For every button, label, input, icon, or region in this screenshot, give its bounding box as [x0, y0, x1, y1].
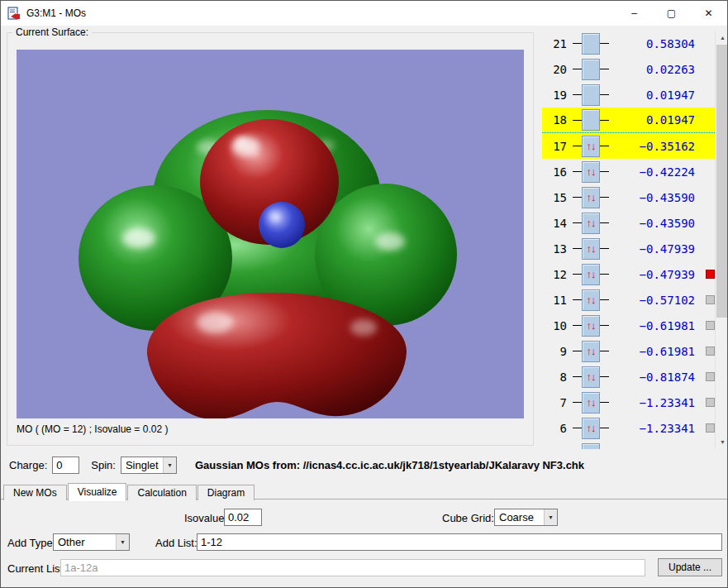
energy-level-line — [573, 402, 582, 403]
tab-visualize[interactable]: Visualize — [68, 483, 127, 501]
mo-orbital-box[interactable]: ↑↓ — [582, 392, 600, 414]
mo-row[interactable]: 7↑↓−1.23341 — [542, 390, 715, 415]
mo-energy-value: −0.43590 — [609, 217, 695, 230]
mo-row[interactable]: 13↑↓−0.47939 — [542, 236, 715, 261]
mo-orbital-box[interactable]: ↑↓ — [582, 341, 600, 362]
add-type-select[interactable]: Other ▼ — [53, 533, 130, 551]
mo-surface-indicator[interactable] — [706, 423, 715, 433]
mo-row[interactable]: 12↑↓−0.47939 — [542, 261, 715, 287]
mo-number: 8 — [544, 370, 567, 384]
mo-number: 16 — [544, 165, 567, 179]
mo-row[interactable]: 15↑↓−0.43590 — [542, 184, 715, 210]
electron-pair-icon: ↑↓ — [587, 243, 596, 254]
charge-label: Charge: — [9, 459, 47, 471]
window-title: G3:M1 - MOs — [26, 7, 86, 19]
mo-row[interactable]: 10↑↓−0.61981 — [542, 313, 715, 338]
update-button[interactable]: Update ... — [658, 558, 722, 576]
mo-row[interactable]: 5↑↓−1.25078 — [542, 441, 715, 449]
mo-number: 11 — [544, 294, 567, 307]
mo-orbital-box[interactable]: ↑↓ — [582, 238, 600, 260]
mo-surface-indicator[interactable] — [706, 398, 715, 407]
mo-row[interactable]: 200.02263 — [542, 56, 715, 82]
charge-input[interactable] — [52, 457, 79, 474]
scroll-down-icon[interactable]: ▼ — [716, 435, 728, 449]
mo-energy-value: −1.25078 — [609, 447, 695, 450]
mo-row[interactable]: 8↑↓−0.81874 — [542, 364, 715, 390]
tab-new-mos[interactable]: New MOs — [3, 485, 67, 500]
mo-list: 210.58304200.02263190.01947180.0194717↑↓… — [542, 31, 715, 449]
spin-select[interactable]: Singlet ▼ — [121, 457, 177, 474]
mo-orbital-box[interactable]: ↑↓ — [582, 443, 600, 450]
energy-level-line — [600, 274, 609, 275]
tab-calculation[interactable]: Calculation — [127, 485, 196, 500]
mo-3d-view[interactable] — [17, 50, 524, 418]
mo-orbital-box[interactable]: ↑↓ — [582, 418, 600, 439]
energy-level-line — [573, 94, 582, 95]
mo-energy-value: 0.01947 — [609, 113, 695, 127]
cube-grid-select[interactable]: Coarse ▼ — [494, 509, 558, 526]
mo-row[interactable]: 6↑↓−1.23341 — [542, 415, 715, 441]
mo-orbital-box[interactable]: ↑↓ — [582, 264, 600, 285]
mo-orbital-box[interactable]: ↑↓ — [582, 136, 600, 157]
mo-orbital-box[interactable] — [582, 33, 600, 55]
mo-energy-value: −0.35162 — [609, 140, 695, 153]
close-button[interactable]: ✕ — [690, 1, 727, 26]
maximize-button[interactable]: ▢ — [653, 1, 690, 26]
mo-orbital-box[interactable]: ↑↓ — [582, 161, 600, 183]
add-list-input[interactable] — [197, 533, 722, 551]
mo-list-panel: 210.58304200.02263190.01947180.0194717↑↓… — [542, 31, 728, 449]
mo-surface-indicator[interactable] — [706, 321, 715, 330]
mo-energy-value: −0.42224 — [609, 165, 695, 179]
app-icon[interactable] — [7, 7, 21, 20]
mo-row[interactable]: 210.58304 — [542, 31, 715, 56]
tab-diagram[interactable]: Diagram — [197, 485, 255, 500]
energy-level-line — [573, 120, 582, 121]
titlebar: G3:M1 - MOs – ▢ ✕ — [1, 1, 727, 26]
mo-row[interactable]: 9↑↓−0.61981 — [542, 338, 715, 364]
add-type-value: Other — [58, 536, 85, 548]
chevron-down-icon: ▼ — [163, 457, 176, 473]
energy-level-line — [573, 325, 582, 326]
mo-orbital-box[interactable] — [582, 59, 600, 80]
mo-surface-indicator[interactable] — [706, 347, 715, 356]
electron-pair-icon: ↑↓ — [587, 141, 596, 151]
mo-orbital-box[interactable]: ↑↓ — [582, 366, 600, 388]
energy-level-line — [573, 69, 582, 69]
scroll-up-icon[interactable]: ▲ — [716, 31, 728, 45]
energy-level-line — [573, 222, 582, 223]
energy-level-line — [573, 351, 582, 351]
mo-list-scrollbar[interactable]: ▲ ▼ — [715, 31, 728, 449]
mo-orbital-box[interactable] — [582, 109, 600, 131]
mo-energy-value: −0.81874 — [609, 370, 695, 384]
electron-pair-icon: ↑↓ — [587, 346, 596, 356]
mo-orbital-box[interactable]: ↑↓ — [582, 187, 600, 208]
mo-number: 5 — [544, 447, 567, 450]
tab-strip: New MOs Visualize Calculation Diagram — [3, 483, 255, 500]
mo-row[interactable]: 14↑↓−0.43590 — [542, 210, 715, 236]
scrollbar-thumb[interactable] — [716, 45, 728, 318]
isovalue-input[interactable] — [224, 509, 262, 526]
mo-row[interactable]: 180.01947 — [542, 108, 715, 133]
mo-orbital-box[interactable]: ↑↓ — [582, 315, 600, 337]
mo-row[interactable]: 17↑↓−0.35162 — [542, 133, 715, 159]
mo-row[interactable]: 16↑↓−0.42224 — [542, 159, 715, 184]
mo-energy-value: −0.43590 — [609, 191, 695, 204]
energy-level-line — [573, 376, 582, 377]
mo-orbital-box[interactable] — [582, 84, 600, 106]
mo-row[interactable]: 190.01947 — [542, 82, 715, 108]
mo-orbital-box[interactable]: ↑↓ — [582, 213, 600, 234]
energy-level-line — [600, 376, 609, 377]
electron-pair-icon: ↑↓ — [587, 269, 596, 280]
mo-surface-indicator[interactable] — [706, 372, 715, 381]
current-surface-group: Current Surface: — [7, 32, 534, 446]
mo-row[interactable]: 11↑↓−0.57102 — [542, 287, 715, 313]
mo-surface-indicator[interactable] — [706, 270, 715, 279]
mo-energy-value: −0.61981 — [609, 319, 695, 332]
mo-surface-indicator[interactable] — [706, 295, 715, 304]
minimize-button[interactable]: – — [616, 1, 653, 26]
mo-number: 10 — [544, 319, 567, 332]
mo-number: 20 — [544, 63, 567, 76]
isovalue-label: Isovalue: — [184, 512, 227, 524]
chevron-down-icon: ▼ — [116, 534, 129, 550]
mo-orbital-box[interactable]: ↑↓ — [582, 289, 600, 311]
